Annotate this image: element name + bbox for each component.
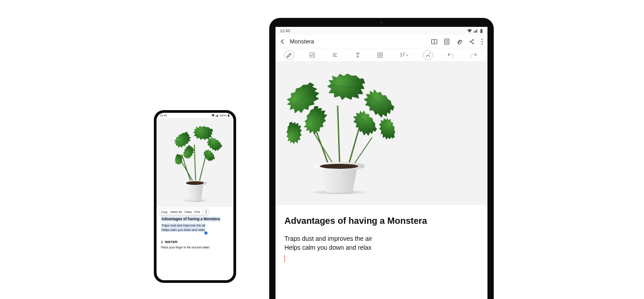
checkbox-tool-icon[interactable] (307, 50, 317, 60)
page-template-icon[interactable] (444, 38, 450, 45)
svg-rect-1 (228, 114, 229, 115)
plant-pot (183, 180, 207, 202)
plant-pot (314, 162, 364, 193)
phone-note-section: 1WATER Place your finger in the soil and… (161, 240, 229, 250)
tablet-status-bar: 12:45 (275, 27, 487, 35)
tablet-screen: 12:45 Monstera (275, 27, 487, 299)
svg-rect-18 (310, 53, 314, 57)
battery-percent: 100% (220, 114, 226, 117)
status-time: 12:45 (160, 114, 167, 117)
align-tool-icon[interactable] (330, 50, 340, 60)
tablet-app-bar: Monstera (275, 35, 487, 48)
selected-title[interactable]: Advantages of having a Monstera (161, 217, 220, 222)
signal-icon (216, 114, 219, 117)
chevron-down-icon (406, 54, 408, 56)
text-format-tool-icon[interactable] (353, 50, 363, 60)
phone-screen: 12:45 100% (157, 113, 233, 280)
context-copy[interactable]: Copy (161, 210, 168, 214)
stylus-tool-icon[interactable] (423, 50, 433, 60)
tablet-formatting-toolbar: 17 (275, 48, 487, 62)
font-size-value: 17 (400, 52, 405, 57)
wifi-icon (467, 29, 472, 33)
text-selection-context-menu: Copy Select all Share Find (159, 209, 208, 215)
font-size-dropdown[interactable]: 17 (398, 50, 410, 60)
svg-point-17 (482, 43, 483, 44)
note-line-1[interactable]: Traps dust and improves the air (284, 234, 479, 243)
context-share[interactable]: Share (184, 210, 192, 214)
status-right: 100% (212, 114, 230, 117)
note-line-2[interactable]: Helps calm you down and relax (284, 243, 479, 252)
svg-line-14 (471, 42, 473, 43)
phone-note-image (157, 118, 233, 207)
battery-icon (480, 29, 483, 33)
battery-icon (227, 114, 230, 117)
text-cursor (284, 255, 285, 262)
signal-icon (474, 29, 478, 33)
tablet-note-image (275, 62, 487, 205)
phone-status-bar: 12:45 100% (157, 113, 233, 118)
phone-device-frame: 12:45 100% (154, 110, 236, 283)
section-body: Place your finger in the soil and water. (161, 246, 229, 250)
more-icon[interactable] (481, 38, 483, 45)
attach-icon[interactable] (456, 38, 462, 45)
svg-point-15 (482, 38, 483, 39)
reading-mode-icon[interactable] (431, 38, 437, 45)
back-icon[interactable] (280, 39, 285, 44)
svg-line-13 (471, 40, 473, 41)
wifi-icon (212, 114, 215, 117)
tablet-note-text[interactable]: Advantages of having a Monstera Traps du… (275, 205, 487, 264)
divider (203, 209, 203, 214)
share-icon[interactable] (469, 38, 475, 45)
svg-point-16 (482, 41, 483, 42)
tablet-device-frame: 12:45 Monstera (269, 18, 494, 299)
selected-line-2[interactable]: Helps calm you down and relax (161, 228, 205, 232)
status-time: 12:45 (280, 29, 290, 33)
context-more-icon[interactable] (206, 210, 207, 214)
selection-handle-end[interactable] (204, 231, 208, 235)
redo-icon[interactable] (469, 50, 479, 60)
pen-tool-icon[interactable] (284, 50, 294, 60)
context-select-all[interactable]: Select all (170, 210, 182, 214)
svg-rect-3 (481, 29, 482, 29)
undo-icon[interactable] (446, 50, 456, 60)
table-tool-icon[interactable] (375, 50, 385, 60)
section-number: 1 (161, 240, 163, 244)
section-head: WATER (165, 240, 177, 244)
note-title: Monstera (290, 38, 427, 45)
selected-line-1[interactable]: Traps dust and improves the air (161, 223, 206, 227)
svg-rect-2 (480, 30, 483, 33)
tablet-note-body[interactable]: Advantages of having a Monstera Traps du… (275, 62, 487, 299)
context-find[interactable]: Find (195, 210, 200, 214)
note-heading[interactable]: Advantages of having a Monstera (284, 216, 479, 226)
svg-rect-0 (228, 115, 229, 117)
phone-note-body[interactable]: Advantages of having a Monstera Traps du… (157, 216, 233, 250)
